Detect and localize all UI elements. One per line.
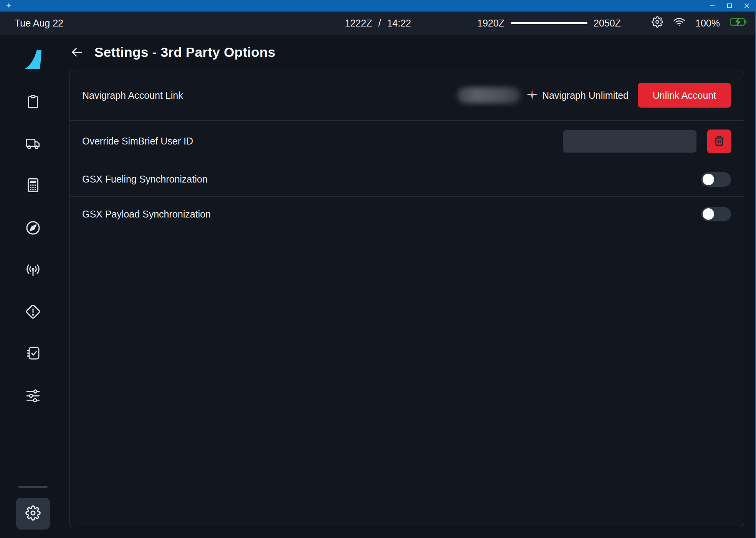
arrival-time: 2050Z — [594, 18, 621, 29]
trash-icon — [713, 135, 725, 148]
sidebar-item-radio[interactable] — [25, 262, 41, 279]
broadcast-icon — [25, 262, 41, 278]
row-label: GSX Payload Synchronization — [82, 209, 211, 220]
navigraph-account-info: Navigraph Unlimited Unlink Account — [457, 83, 731, 108]
sidebar-item-options[interactable] — [25, 387, 41, 404]
airline-tail-logo — [24, 49, 42, 70]
status-clock: 1222Z/14:22 — [0, 12, 756, 35]
window-controls — [703, 0, 755, 12]
clipboard-icon — [25, 94, 41, 110]
account-tier-label: Navigraph Unlimited — [542, 90, 629, 101]
navigraph-logo-icon — [526, 88, 538, 102]
toggle-knob — [703, 208, 714, 220]
simbrief-id-input[interactable] — [563, 130, 696, 153]
titlebar[interactable]: ✈ — [0, 0, 756, 12]
row-label: Navigraph Account Link — [82, 90, 183, 101]
app-icon: ✈ — [6, 2, 11, 10]
gsx-payload-toggle[interactable] — [701, 207, 731, 221]
account-name-blurred — [457, 87, 521, 103]
clear-simbrief-button[interactable] — [707, 130, 731, 153]
sidebar-item-ground-services[interactable] — [25, 135, 41, 152]
row-gsx-payload: GSX Payload Synchronization — [69, 197, 744, 231]
back-button[interactable] — [69, 45, 84, 60]
sidebar-item-flight-plan[interactable] — [25, 93, 41, 110]
sidebar-item-failures[interactable] — [25, 303, 41, 320]
toggle-knob — [703, 174, 714, 185]
wifi-icon — [673, 16, 685, 30]
row-label: GSX Fueling Synchronization — [82, 174, 208, 185]
compass-icon — [25, 220, 41, 236]
sliders-icon — [25, 388, 41, 404]
app-window: ✈ Tue Aug 22 1222Z/14:22 1920Z 2050Z — [0, 0, 756, 538]
minimize-button[interactable] — [703, 0, 721, 12]
simbrief-controls — [563, 130, 731, 153]
alert-diamond-icon — [25, 304, 41, 320]
page-header: Settings - 3rd Party Options — [69, 42, 275, 62]
gear-icon — [25, 505, 41, 522]
unlink-account-button[interactable]: Unlink Account — [638, 83, 731, 108]
battery-charging-icon — [730, 17, 747, 29]
maximize-button[interactable] — [721, 0, 738, 12]
flight-progress: 1920Z 2050Z — [477, 12, 621, 35]
gear-icon[interactable] — [652, 16, 663, 30]
gsx-fueling-toggle[interactable] — [701, 172, 731, 187]
time-separator: / — [378, 18, 381, 28]
sidebar-item-performance[interactable] — [25, 177, 41, 194]
row-navigraph-account: Navigraph Account Link Navigraph Unlimit… — [69, 70, 744, 121]
status-bar: Tue Aug 22 1222Z/14:22 1920Z 2050Z 100% — [0, 12, 756, 35]
local-time: 14:22 — [387, 18, 411, 28]
battery-percent: 100% — [695, 18, 720, 29]
row-label: Override SimBrief User ID — [82, 136, 193, 147]
row-gsx-fueling: GSX Fueling Synchronization — [69, 162, 744, 197]
flight-progress-bar — [511, 22, 587, 24]
sidebar-item-settings[interactable] — [16, 498, 50, 530]
calculator-icon — [25, 178, 41, 193]
zulu-time: 1222Z — [345, 18, 372, 28]
truck-icon — [25, 136, 41, 151]
status-icons: 100% — [652, 12, 747, 35]
sidebar-divider — [18, 486, 48, 488]
page-title: Settings - 3rd Party Options — [94, 45, 275, 60]
sidebar-item-checklist[interactable] — [25, 345, 41, 362]
notebook-check-icon — [25, 345, 41, 361]
close-button[interactable] — [738, 0, 755, 12]
settings-panel: Navigraph Account Link Navigraph Unlimit… — [69, 70, 744, 527]
departure-time: 1920Z — [477, 18, 505, 29]
row-simbrief-id: Override SimBrief User ID — [69, 121, 744, 162]
sidebar-item-navigation[interactable] — [25, 219, 41, 236]
